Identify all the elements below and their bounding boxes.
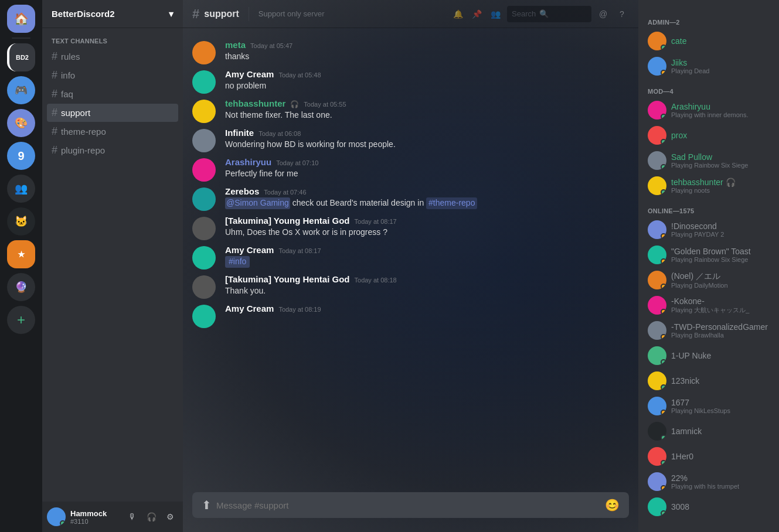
message-content: [Takumina] Young Hentai God Today at 08:… xyxy=(225,274,629,297)
channel-label-info: info xyxy=(61,70,75,80)
avatar xyxy=(192,100,216,123)
member-status: Playing DailyMotion xyxy=(671,282,770,289)
member-info: 1-UP Nuke xyxy=(671,351,770,360)
member-item-123nick[interactable]: 123nick xyxy=(643,369,774,393)
member-item-1up-nuke[interactable]: 1-UP Nuke xyxy=(643,343,774,368)
settings-button[interactable]: ⚙ xyxy=(162,509,178,525)
member-item-22percent[interactable]: 22% Playing with his trumpet xyxy=(643,469,774,494)
member-avatar xyxy=(648,245,666,264)
member-avatar xyxy=(648,397,666,415)
status-dot xyxy=(661,510,666,516)
server-icon-home[interactable]: 🏠 xyxy=(7,5,35,33)
member-section-online-header: ONLINE—1575 xyxy=(643,203,774,217)
channel-item-info[interactable]: # info xyxy=(47,66,178,84)
channel-item-faq[interactable]: # faq xyxy=(47,85,178,103)
channel-hash-icon: # xyxy=(52,88,57,100)
member-item-golden-brown-toast[interactable]: "Golden Brown" Toast Playing Rainbow Six… xyxy=(643,243,774,267)
message-text: #info xyxy=(225,256,629,268)
help-icon[interactable]: ? xyxy=(615,7,629,21)
members-icon[interactable]: 👥 xyxy=(488,7,502,21)
upload-button[interactable]: ⬆ xyxy=(202,498,212,512)
member-item-dinosecond[interactable]: !Dinosecond Playing PAYDAY 2 xyxy=(643,217,774,242)
message-author: Infinite xyxy=(225,128,254,138)
deafen-button[interactable]: 🎧 xyxy=(143,509,159,525)
member-info: prox xyxy=(671,131,770,140)
member-avatar xyxy=(648,57,666,76)
user-mention[interactable]: @Simon Gaming xyxy=(225,197,290,209)
search-box[interactable]: Search 🔍 xyxy=(507,6,591,22)
member-info: 22% Playing with his trumpet xyxy=(671,473,770,490)
current-user-avatar xyxy=(47,507,66,526)
member-avatar xyxy=(648,126,666,145)
server-icon-betterdiscord[interactable]: BD2 xyxy=(7,43,35,71)
user-area: Hammock #3110 🎙 🎧 ⚙ xyxy=(42,502,183,532)
member-item-3008[interactable]: 3008 xyxy=(643,495,774,519)
channel-hash-prefix: # xyxy=(192,6,199,22)
channel-item-support[interactable]: # support xyxy=(47,104,178,122)
at-icon[interactable]: @ xyxy=(596,7,610,21)
server-icon-s6[interactable]: 🐱 xyxy=(7,207,35,236)
message-content: Infinite Today at 06:08 Wondering how BD… xyxy=(225,128,629,151)
server-header[interactable]: BetterDiscord2 ▾ xyxy=(42,0,183,28)
server-icon-s8[interactable]: 🔮 xyxy=(7,273,35,301)
message-header: meta Today at 05:47 xyxy=(225,40,629,50)
server-icon-s7[interactable]: ★ xyxy=(7,240,35,268)
status-dot xyxy=(661,435,666,441)
member-item-sad-pullow[interactable]: Sad Pullow Playing Rainbow Six Siege xyxy=(643,148,774,173)
member-item-jiiks[interactable]: Jiiks Playing Dead xyxy=(643,54,774,79)
message-timestamp: Today at 08:19 xyxy=(278,306,321,313)
member-item-noel[interactable]: (Noel) ／エル Playing DailyMotion xyxy=(643,268,774,292)
avatar xyxy=(192,275,216,299)
server-icon-s2[interactable]: 🎮 xyxy=(7,76,35,104)
member-info: "Golden Brown" Toast Playing Rainbow Six… xyxy=(671,247,770,263)
message-author: [Takumina] Young Hentai God xyxy=(225,274,350,284)
member-status: Playing 大航いキャッスル_ xyxy=(671,306,770,315)
member-item-kokone[interactable]: -Kokone- Playing 大航いキャッスル_ xyxy=(643,293,774,318)
channel-hash-icon: # xyxy=(52,107,57,119)
member-item-cate[interactable]: cate xyxy=(643,29,774,53)
message-author: Amy Cream xyxy=(225,69,274,79)
table-row: meta Today at 05:47 thanks xyxy=(183,37,638,67)
member-avatar xyxy=(648,271,666,289)
member-info: tehbasshunter 🎧 Playing noots xyxy=(671,178,770,194)
member-avatar xyxy=(648,101,666,120)
user-controls: 🎙 🎧 ⚙ xyxy=(124,509,178,525)
member-name: !Dinosecond xyxy=(671,221,770,231)
member-avatar xyxy=(648,422,666,441)
pins-icon[interactable]: 📌 xyxy=(470,7,484,21)
table-row: Arashiryuu Today at 07:10 Perfectly fine… xyxy=(183,155,638,184)
notification-bell-icon[interactable]: 🔔 xyxy=(451,7,465,21)
member-name: prox xyxy=(671,131,770,140)
member-item-prox[interactable]: prox xyxy=(643,123,774,148)
channel-label-rules: rules xyxy=(61,52,80,62)
member-name: 3008 xyxy=(671,502,770,511)
table-row: tehbasshunter 🎧 Today at 05:55 Not theme… xyxy=(183,96,638,125)
member-item-tehbasshunter[interactable]: tehbasshunter 🎧 Playing noots xyxy=(643,173,774,198)
message-content: tehbasshunter 🎧 Today at 05:55 Not theme… xyxy=(225,98,629,121)
channel-mention[interactable]: #theme-repo xyxy=(426,197,477,209)
channel-item-theme-repo[interactable]: # theme-repo xyxy=(47,122,178,141)
member-info: 3008 xyxy=(671,502,770,511)
member-name: 123nick xyxy=(671,376,770,386)
main-content: # support Support only server 🔔 📌 👥 Sear… xyxy=(183,0,638,532)
server-icon-s4[interactable]: 9 xyxy=(7,142,35,170)
member-item-1677[interactable]: 1677 Playing NikLesStups xyxy=(643,394,774,418)
mute-button[interactable]: 🎙 xyxy=(124,509,141,525)
channel-item-plugin-repo[interactable]: # plugin-repo xyxy=(47,141,178,159)
message-text: Wondering how BD is working for most peo… xyxy=(225,139,629,151)
channel-info-tag[interactable]: #info xyxy=(225,256,250,268)
server-add-button[interactable]: + xyxy=(7,306,35,334)
member-item-twd[interactable]: -TWD-PersonalizedGamer Playing Brawlhall… xyxy=(643,318,774,343)
server-icon-s3[interactable]: 🎨 xyxy=(7,109,35,137)
message-input[interactable] xyxy=(216,500,600,510)
message-content: meta Today at 05:47 thanks xyxy=(225,40,629,63)
emoji-button[interactable]: 😊 xyxy=(605,498,620,512)
text-channels-header: TEXT CHANNELS xyxy=(47,37,178,47)
server-icon-s5[interactable]: 👥 xyxy=(7,175,35,203)
member-item-1her0[interactable]: 1Her0 xyxy=(643,444,774,469)
channel-item-rules[interactable]: # rules xyxy=(47,47,178,66)
messages-area[interactable]: meta Today at 05:47 thanks Amy Cream Tod… xyxy=(183,28,638,492)
member-info: Arashiryuu Playing with inner demons. xyxy=(671,102,770,118)
member-item-arashiryuu[interactable]: Arashiryuu Playing with inner demons. xyxy=(643,98,774,122)
member-item-1amnick[interactable]: 1amnick xyxy=(643,419,774,444)
